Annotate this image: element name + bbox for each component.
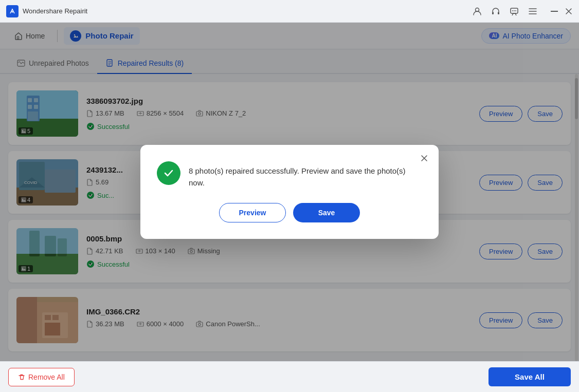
bottom-bar: Remove All Save All: [0, 361, 579, 392]
success-dialog: 8 photo(s) repaired successfully. Previe…: [140, 145, 439, 239]
chat-icon[interactable]: [509, 6, 519, 16]
app-icon: [6, 5, 19, 17]
window-controls: [550, 7, 573, 15]
menu-icon[interactable]: [528, 6, 538, 16]
trash-icon: [18, 374, 25, 381]
headphone-icon[interactable]: [491, 6, 501, 16]
remove-all-button[interactable]: Remove All: [8, 368, 75, 386]
app-title: Wondershare Repairit: [23, 7, 87, 15]
success-icon: [157, 161, 180, 185]
user-icon[interactable]: [472, 6, 482, 16]
close-button[interactable]: [565, 7, 573, 15]
dialog-save-button[interactable]: Save: [293, 203, 360, 222]
svg-point-8: [515, 10, 516, 11]
svg-point-1: [12, 11, 13, 12]
svg-point-7: [514, 10, 515, 11]
minimize-button[interactable]: [550, 7, 558, 15]
save-all-button[interactable]: Save All: [488, 367, 571, 386]
remove-all-label: Remove All: [28, 373, 65, 381]
title-bar-right: [472, 6, 573, 16]
svg-point-6: [512, 10, 513, 11]
dialog-preview-button[interactable]: Preview: [219, 203, 286, 222]
title-bar-left: Wondershare Repairit: [6, 5, 87, 17]
svg-rect-9: [551, 11, 558, 12]
svg-rect-4: [498, 12, 499, 14]
dialog-close-button[interactable]: [418, 152, 430, 164]
title-bar: Wondershare Repairit: [0, 0, 579, 23]
dialog-actions: Preview Save: [157, 203, 422, 222]
dialog-body: 8 photo(s) repaired successfully. Previe…: [157, 161, 422, 189]
modal-overlay[interactable]: 8 photo(s) repaired successfully. Previe…: [0, 23, 579, 361]
svg-rect-3: [492, 12, 494, 14]
dialog-message: 8 photo(s) repaired successfully. Previe…: [189, 161, 422, 189]
